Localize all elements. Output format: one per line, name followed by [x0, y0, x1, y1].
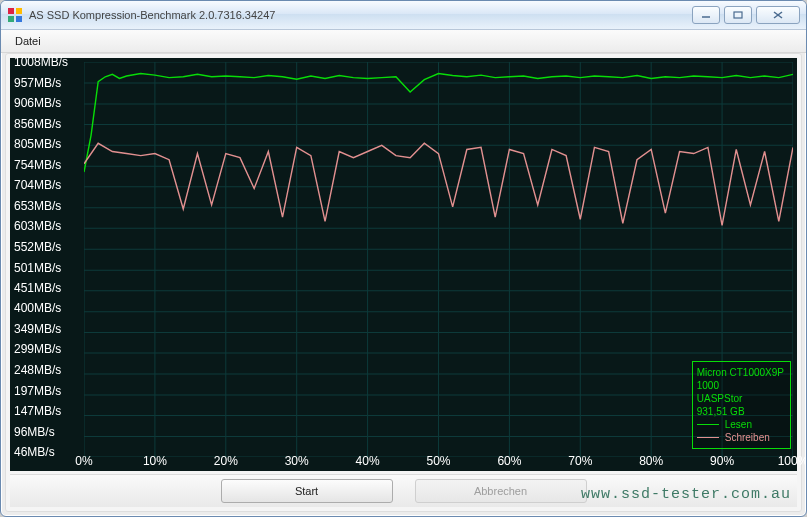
y-tick-label: 501MB/s: [14, 261, 61, 275]
y-tick-label: 349MB/s: [14, 322, 61, 336]
y-tick-label: 299MB/s: [14, 342, 61, 356]
client-area: 1008MB/s957MB/s906MB/s856MB/s805MB/s754M…: [5, 53, 802, 512]
y-tick-label: 754MB/s: [14, 158, 61, 172]
y-tick-label: 1008MB/s: [14, 55, 68, 69]
app-window: AS SSD Kompression-Benchmark 2.0.7316.34…: [0, 0, 807, 517]
x-tick-label: 0%: [75, 454, 92, 468]
y-tick-label: 603MB/s: [14, 219, 61, 233]
minimize-button[interactable]: [692, 6, 720, 24]
legend-capacity: 931,51 GB: [697, 405, 784, 418]
x-tick-label: 20%: [214, 454, 238, 468]
y-tick-label: 552MB/s: [14, 240, 61, 254]
y-tick-label: 704MB/s: [14, 178, 61, 192]
y-tick-label: 805MB/s: [14, 137, 61, 151]
menu-file[interactable]: Datei: [9, 33, 47, 49]
chart-panel: 1008MB/s957MB/s906MB/s856MB/s805MB/s754M…: [10, 58, 797, 471]
x-tick-label: 30%: [285, 454, 309, 468]
legend-read-label: Lesen: [725, 418, 752, 431]
menubar: Datei: [1, 30, 806, 53]
legend-write-swatch: [697, 437, 719, 438]
y-tick-label: 96MB/s: [14, 425, 55, 439]
y-tick-label: 856MB/s: [14, 117, 61, 131]
legend-read-swatch: [697, 424, 719, 425]
svg-rect-5: [734, 12, 742, 18]
y-tick-label: 957MB/s: [14, 76, 61, 90]
x-tick-label: 90%: [710, 454, 734, 468]
legend-controller: UASPStor: [697, 392, 784, 405]
legend-model-suffix: 1000: [697, 379, 784, 392]
x-tick-label: 60%: [497, 454, 521, 468]
y-tick-label: 906MB/s: [14, 96, 61, 110]
legend-device: Micron CT1000X9P: [697, 366, 784, 379]
button-bar: Start Abbrechen: [10, 474, 797, 507]
x-tick-label: 70%: [568, 454, 592, 468]
app-icon: [7, 7, 23, 23]
legend-write-label: Schreiben: [725, 431, 770, 444]
close-button[interactable]: [756, 6, 800, 24]
window-controls: [692, 6, 800, 24]
titlebar: AS SSD Kompression-Benchmark 2.0.7316.34…: [1, 1, 806, 30]
x-tick-label: 40%: [356, 454, 380, 468]
legend-box: Micron CT1000X9P 1000 UASPStor 931,51 GB…: [692, 361, 791, 449]
x-tick-label: 100%: [778, 454, 807, 468]
line-chart: [84, 62, 793, 457]
y-tick-label: 197MB/s: [14, 384, 61, 398]
legend-write-row: Schreiben: [697, 431, 784, 444]
x-tick-label: 50%: [426, 454, 450, 468]
y-tick-label: 248MB/s: [14, 363, 61, 377]
maximize-button[interactable]: [724, 6, 752, 24]
x-tick-label: 80%: [639, 454, 663, 468]
y-tick-label: 451MB/s: [14, 281, 61, 295]
legend-read-row: Lesen: [697, 418, 784, 431]
y-axis-labels: 1008MB/s957MB/s906MB/s856MB/s805MB/s754M…: [10, 58, 80, 471]
y-tick-label: 147MB/s: [14, 404, 61, 418]
svg-rect-0: [8, 8, 14, 14]
y-tick-label: 46MB/s: [14, 445, 55, 459]
y-tick-label: 653MB/s: [14, 199, 61, 213]
start-button[interactable]: Start: [221, 479, 393, 503]
x-axis-labels: 0%10%20%30%40%50%60%70%80%90%100%: [84, 454, 793, 468]
x-tick-label: 10%: [143, 454, 167, 468]
svg-rect-3: [16, 16, 22, 22]
svg-rect-2: [8, 16, 14, 22]
svg-rect-1: [16, 8, 22, 14]
window-title: AS SSD Kompression-Benchmark 2.0.7316.34…: [29, 9, 692, 21]
y-tick-label: 400MB/s: [14, 301, 61, 315]
cancel-button: Abbrechen: [415, 479, 587, 503]
